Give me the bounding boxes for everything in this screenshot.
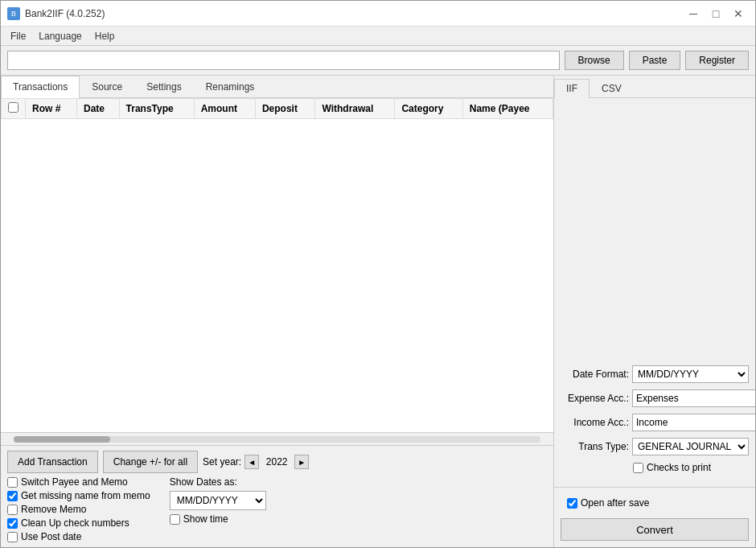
year-value: 2022 (262, 456, 291, 468)
right-content: Date Format: MM/DD/YYYY DD/MM/YYYY YYYY/… (554, 98, 755, 487)
col-check (2, 99, 26, 119)
menu-help[interactable]: Help (88, 29, 121, 43)
title-bar-left: B Bank2IIF (4.0.252) (7, 7, 105, 20)
use-post-date-label: Use Post date (21, 531, 81, 542)
main-area: Transactions Source Settings Renamings R… (1, 76, 755, 547)
right-tab-iif[interactable]: IIF (554, 79, 590, 98)
expense-acc-row: Expense Acc.: (561, 389, 749, 407)
paste-button[interactable]: Paste (629, 51, 681, 70)
bottom-row1: Add Transaction Change +/- for all Set y… (7, 451, 547, 473)
col-amount: Amount (194, 99, 255, 119)
transactions-table: Row # Date TransType Amount Deposit With… (1, 98, 553, 119)
option-use-post-date[interactable]: Use Post date (7, 531, 150, 542)
left-panel: Transactions Source Settings Renamings R… (1, 76, 554, 547)
open-after-save-row[interactable]: Open after save (561, 494, 749, 512)
col-deposit: Deposit (255, 99, 315, 119)
right-bottom: Open after save Convert (554, 487, 755, 547)
option-show-time[interactable]: Show time (170, 513, 266, 525)
year-next-button[interactable]: ► (294, 455, 309, 469)
col-name: Name (Payee (462, 99, 553, 119)
main-window: B Bank2IIF (4.0.252) ─ □ ✕ File Language… (0, 0, 756, 548)
trans-type-select[interactable]: GENERAL JOURNAL INVOICE BILL (632, 438, 749, 455)
remove-memo-label: Remove Memo (21, 504, 86, 515)
maximize-button[interactable]: □ (705, 3, 726, 24)
income-acc-row: Income Acc.: (561, 414, 749, 431)
show-dates-as-label: Show Dates as: (170, 476, 266, 488)
checks-to-print-checkbox[interactable] (633, 463, 643, 473)
income-acc-input[interactable] (632, 414, 755, 431)
transactions-table-container: Row # Date TransType Amount Deposit With… (1, 98, 553, 432)
options-area: Switch Payee and Memo Get missing name f… (7, 476, 547, 542)
toolbar: Browse Paste Register (1, 46, 755, 76)
title-text: Bank2IIF (4.0.252) (25, 8, 105, 19)
menu-language[interactable]: Language (32, 29, 88, 43)
show-time-label: Show time (183, 513, 228, 525)
title-buttons: ─ □ ✕ (683, 3, 749, 24)
show-time-checkbox[interactable] (170, 514, 180, 525)
year-control: Set year: ◄ 2022 ► (203, 455, 309, 469)
path-input[interactable] (7, 51, 560, 70)
expense-acc-input[interactable] (632, 389, 755, 407)
browse-button[interactable]: Browse (565, 51, 624, 70)
income-acc-label: Income Acc.: (561, 417, 629, 428)
date-format-label: Date Format: (561, 369, 629, 380)
col-category: Category (395, 99, 462, 119)
set-year-label: Set year: (203, 456, 241, 468)
remove-memo-checkbox[interactable] (7, 505, 18, 515)
convert-button[interactable]: Convert (561, 518, 749, 541)
get-missing-name-label: Get missing name from memo (21, 490, 150, 501)
option-clean-up-check[interactable]: Clean Up check numbers (7, 517, 150, 529)
left-tabs: Transactions Source Settings Renamings (1, 76, 553, 98)
bottom-controls: Add Transaction Change +/- for all Set y… (1, 445, 553, 547)
col-row: Row # (26, 99, 77, 119)
menu-file[interactable]: File (4, 29, 32, 43)
date-format-row: Date Format: MM/DD/YYYY DD/MM/YYYY YYYY/… (561, 365, 749, 383)
tab-settings[interactable]: Settings (134, 76, 193, 97)
register-button[interactable]: Register (685, 51, 749, 70)
date-format-select[interactable]: MM/DD/YYYY DD/MM/YYYY YYYY/MM/DD (170, 491, 266, 510)
col-withdrawal: Withdrawal (315, 99, 395, 119)
use-post-date-checkbox[interactable] (7, 532, 18, 542)
col-date: Date (77, 99, 120, 119)
year-prev-button[interactable]: ◄ (244, 455, 259, 469)
scrollbar-thumb (14, 436, 110, 443)
trans-type-label: Trans Type: (561, 441, 629, 452)
close-button[interactable]: ✕ (728, 3, 749, 24)
right-tab-csv[interactable]: CSV (590, 79, 634, 97)
menu-bar: File Language Help (1, 27, 755, 46)
option-switch-payee-memo[interactable]: Switch Payee and Memo (7, 476, 150, 488)
clean-up-check-label: Clean Up check numbers (21, 517, 129, 529)
right-date-format-select[interactable]: MM/DD/YYYY DD/MM/YYYY YYYY/MM/DD (632, 365, 749, 383)
horizontal-scrollbar[interactable] (1, 432, 553, 445)
right-panel: IIF CSV Date Format: MM/DD/YYYY DD/MM/YY… (554, 76, 755, 547)
clean-up-check-checkbox[interactable] (7, 518, 18, 529)
checks-to-print-row[interactable]: Checks to print (633, 462, 749, 473)
option-get-missing-name[interactable]: Get missing name from memo (7, 490, 150, 501)
open-after-save-label: Open after save (581, 497, 649, 509)
date-show-area: Show Dates as: MM/DD/YYYY DD/MM/YYYY YYY… (170, 476, 266, 525)
tab-transactions[interactable]: Transactions (1, 76, 80, 98)
expense-acc-label: Expense Acc.: (561, 393, 629, 404)
col-transtype: TransType (119, 99, 194, 119)
option-remove-memo[interactable]: Remove Memo (7, 504, 150, 515)
add-transaction-button[interactable]: Add Transaction (7, 451, 98, 473)
switch-payee-memo-checkbox[interactable] (7, 477, 18, 488)
options-col-checkboxes: Switch Payee and Memo Get missing name f… (7, 476, 150, 542)
switch-payee-memo-label: Switch Payee and Memo (21, 476, 128, 488)
tab-source[interactable]: Source (80, 76, 134, 97)
minimize-button[interactable]: ─ (683, 3, 704, 24)
scrollbar-track (14, 436, 540, 443)
change-plus-minus-button[interactable]: Change +/- for all (103, 451, 198, 473)
open-after-save-checkbox[interactable] (567, 498, 577, 509)
right-tabs: IIF CSV (554, 76, 755, 98)
select-all-checkbox[interactable] (8, 102, 18, 113)
trans-type-row: Trans Type: GENERAL JOURNAL INVOICE BILL (561, 438, 749, 455)
get-missing-name-checkbox[interactable] (7, 491, 18, 501)
tab-renamings[interactable]: Renamings (194, 76, 267, 97)
title-bar: B Bank2IIF (4.0.252) ─ □ ✕ (1, 1, 755, 27)
checks-to-print-label: Checks to print (647, 462, 711, 473)
app-icon: B (7, 7, 20, 20)
